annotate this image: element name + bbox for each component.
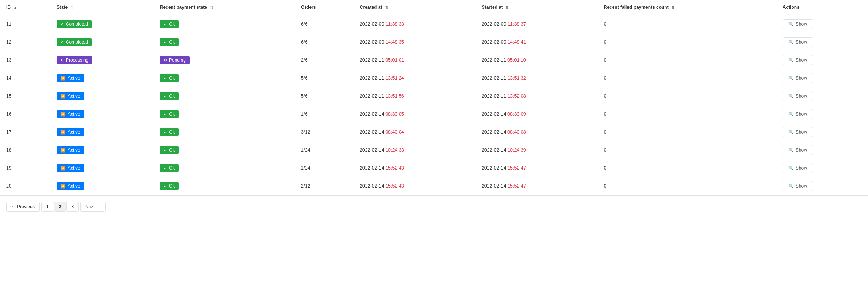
cell-payment-state: ✓ Ok (154, 87, 295, 105)
state-badge: ⏩ Active (57, 110, 84, 118)
show-button[interactable]: 🔍 Show (783, 127, 813, 137)
state-badge: ✓ Completed (57, 38, 92, 46)
payment-badge-label: Pending (169, 57, 186, 63)
cell-created-at: 2022-02-11 05:01:01 (354, 51, 476, 69)
state-badge: ⏩ Active (57, 164, 84, 172)
cell-payment-state: ✓ Ok (154, 123, 295, 141)
search-icon: 🔍 (788, 40, 794, 45)
cell-created-at: 2022-02-09 11:38:33 (354, 15, 476, 33)
show-button[interactable]: 🔍 Show (783, 55, 813, 65)
cell-failed-count: 0 (598, 123, 777, 141)
col-header-created-at[interactable]: Created at ⇅ (354, 0, 476, 15)
show-button[interactable]: 🔍 Show (783, 91, 813, 101)
page-2-button[interactable]: 2 (54, 202, 67, 212)
cell-failed-count: 0 (598, 159, 777, 177)
next-page-button[interactable]: Next → (80, 202, 106, 212)
state-badge-icon: ↻ (60, 58, 64, 63)
show-button[interactable]: 🔍 Show (783, 37, 813, 47)
state-badge: ⏩ Active (57, 74, 84, 82)
col-header-payment-state[interactable]: Recent payment state ⇅ (154, 0, 295, 15)
col-header-state[interactable]: State ⇅ (50, 0, 154, 15)
table-row: 15 ⏩ Active ✓ Ok 5/6 2022-02-11 13:51:56… (0, 87, 868, 105)
payment-state-badge: ✓ Ok (160, 182, 179, 190)
state-badge: ⏩ Active (57, 182, 84, 190)
cell-started-at: 2022-02-09 14:48:41 (476, 33, 598, 51)
state-badge-icon: ✓ (60, 22, 64, 27)
table-container: ID ▲ State ⇅ Recent payment state ⇅ Orde… (0, 0, 868, 284)
state-badge-icon: ⏩ (60, 112, 66, 117)
payment-state-badge: ✓ Ok (160, 146, 179, 154)
payment-state-badge: ↻ Pending (160, 56, 190, 64)
state-badge-icon: ⏩ (60, 184, 66, 189)
cell-failed-count: 0 (598, 15, 777, 33)
created-at-time: 08:40:04 (385, 129, 404, 135)
state-badge: ✓ Completed (57, 20, 92, 28)
table-row: 16 ⏩ Active ✓ Ok 1/6 2022-02-14 08:33:05… (0, 105, 868, 123)
cell-failed-count: 0 (598, 177, 777, 195)
cell-orders: 6/6 (295, 15, 354, 33)
started-at-time: 15:52:47 (507, 165, 526, 171)
show-button[interactable]: 🔍 Show (783, 163, 813, 173)
show-button-label: Show (796, 183, 807, 189)
created-at-time: 11:38:33 (385, 21, 404, 27)
state-badge-label: Active (68, 129, 80, 135)
col-header-id[interactable]: ID ▲ (0, 0, 50, 15)
show-button[interactable]: 🔍 Show (783, 181, 813, 191)
state-badge-icon: ⏩ (60, 76, 66, 81)
page-3-button[interactable]: 3 (66, 202, 79, 212)
show-button-label: Show (796, 57, 807, 63)
cell-failed-count: 0 (598, 69, 777, 87)
show-button[interactable]: 🔍 Show (783, 73, 813, 83)
col-header-failed-count[interactable]: Recent failed payments count ⇅ (598, 0, 777, 15)
state-badge: ⏩ Active (57, 92, 84, 100)
payment-badge-icon: ✓ (164, 148, 167, 153)
state-badge-label: Active (68, 165, 80, 171)
cell-created-at: 2022-02-14 10:24:33 (354, 141, 476, 159)
cell-created-at: 2022-02-09 14:48:35 (354, 33, 476, 51)
search-icon: 🔍 (788, 76, 794, 81)
search-icon: 🔍 (788, 130, 794, 135)
search-icon: 🔍 (788, 94, 794, 99)
payment-badge-icon: ✓ (164, 130, 167, 135)
cell-started-at: 2022-02-14 10:24:39 (476, 141, 598, 159)
cell-actions: 🔍 Show (777, 123, 868, 141)
table-row: 17 ⏩ Active ✓ Ok 3/12 2022-02-14 08:40:0… (0, 123, 868, 141)
cell-orders: 1/24 (295, 141, 354, 159)
payment-badge-label: Ok (169, 75, 175, 81)
payment-badge-label: Ok (169, 147, 175, 153)
cell-actions: 🔍 Show (777, 177, 868, 195)
state-badge-label: Completed (66, 39, 88, 45)
sort-icon-payment-state: ⇅ (210, 5, 213, 10)
cell-created-at: 2022-02-14 15:52:43 (354, 177, 476, 195)
payment-badge-icon: ✓ (164, 166, 167, 171)
state-badge-icon: ✓ (60, 40, 64, 45)
payment-badge-icon: ✓ (164, 22, 167, 27)
cell-started-at: 2022-02-14 08:40:08 (476, 123, 598, 141)
cell-id: 15 (0, 87, 50, 105)
show-button[interactable]: 🔍 Show (783, 145, 813, 155)
show-button-label: Show (796, 21, 807, 27)
state-badge-label: Active (68, 111, 80, 117)
cell-id: 18 (0, 141, 50, 159)
payment-badge-icon: ✓ (164, 184, 167, 189)
page-1-button[interactable]: 1 (41, 202, 54, 212)
payment-badge-icon: ✓ (164, 76, 167, 81)
sort-icon-id: ▲ (13, 5, 17, 10)
started-at-time: 08:33:09 (507, 111, 526, 117)
state-badge-label: Active (68, 147, 80, 153)
cell-payment-state: ✓ Ok (154, 69, 295, 87)
show-button[interactable]: 🔍 Show (783, 109, 813, 119)
prev-page-button[interactable]: ← Previous (6, 202, 40, 212)
payment-badge-label: Ok (169, 165, 175, 171)
cell-actions: 🔍 Show (777, 141, 868, 159)
cell-failed-count: 0 (598, 87, 777, 105)
cell-failed-count: 0 (598, 33, 777, 51)
payment-badge-label: Ok (169, 39, 175, 45)
cell-state: ⏩ Active (50, 105, 154, 123)
show-button[interactable]: 🔍 Show (783, 19, 813, 29)
cell-started-at: 2022-02-14 15:52:47 (476, 159, 598, 177)
col-header-orders: Orders (295, 0, 354, 15)
cell-failed-count: 0 (598, 105, 777, 123)
col-header-started-at[interactable]: Started at ⇅ (476, 0, 598, 15)
table-row: 18 ⏩ Active ✓ Ok 1/24 2022-02-14 10:24:3… (0, 141, 868, 159)
